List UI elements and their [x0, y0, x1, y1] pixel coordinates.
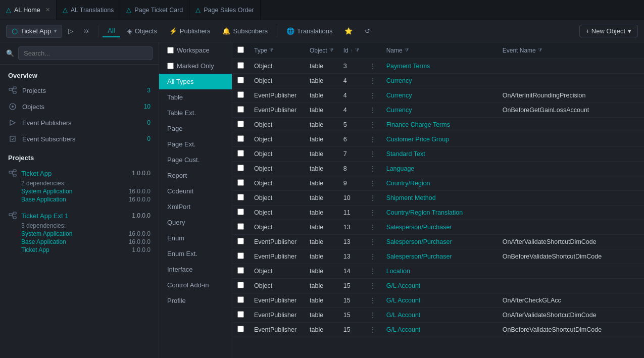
type-filter-icon[interactable]: ⧩ [269, 47, 273, 54]
row-checkbox-18[interactable] [237, 326, 244, 332]
cell-name-7[interactable]: Language [381, 162, 498, 176]
filter-type-item-14[interactable]: Profile [159, 293, 232, 309]
cell-name-10[interactable]: Country/Region Translation [381, 206, 498, 220]
cell-dots-7[interactable]: ⋮ [364, 162, 381, 176]
cell-dots-12[interactable]: ⋮ [364, 235, 381, 249]
table-row[interactable]: Object table 13 ⋮ Salesperson/Purchaser [232, 220, 644, 235]
sidebar-item-projects[interactable]: Projects 3 [0, 82, 159, 98]
cell-name-3[interactable]: Currency [381, 103, 498, 118]
cell-name-1[interactable]: Currency [381, 74, 498, 88]
filter-type-item-0[interactable]: All Types [159, 74, 232, 89]
dep-name-1-1[interactable]: Base Application [21, 196, 66, 203]
table-row[interactable]: EventPublisher table 4 ⋮ Currency OnBefo… [232, 103, 644, 118]
cell-name-14[interactable]: Location [381, 264, 498, 279]
filter-type-item-10[interactable]: Enum [159, 230, 232, 246]
filter-type-item-11[interactable]: Enum Ext. [159, 246, 232, 262]
filter-type-item-9[interactable]: Query [159, 215, 232, 230]
cell-name-17[interactable]: G/L Account [381, 308, 498, 323]
workspace-checkbox[interactable] [167, 47, 174, 54]
cell-name-0[interactable]: Payment Terms [381, 59, 498, 74]
row-checkbox-4[interactable] [237, 121, 244, 127]
dep-name-2-0[interactable]: System Application [21, 230, 72, 237]
cell-name-8[interactable]: Country/Region [381, 176, 498, 191]
app-selector-button[interactable]: ⬡ Ticket App ▾ [6, 25, 62, 38]
cell-dots-14[interactable]: ⋮ [364, 264, 381, 279]
cell-dots-15[interactable]: ⋮ [364, 279, 381, 293]
cell-dots-11[interactable]: ⋮ [364, 220, 381, 235]
row-checkbox-9[interactable] [237, 194, 244, 200]
table-row[interactable]: EventPublisher table 15 ⋮ G/L Account On… [232, 323, 644, 337]
cell-name-18[interactable]: G/L Account [381, 323, 498, 337]
cell-dots-3[interactable]: ⋮ [364, 103, 381, 118]
sidebar-item-event-subscribers[interactable]: Event Subscribers 0 [0, 131, 159, 147]
row-checkbox-3[interactable] [237, 106, 244, 113]
table-row[interactable]: Object table 11 ⋮ Country/Region Transla… [232, 206, 644, 220]
publishers-button[interactable]: ⚡ Publishers [164, 25, 216, 37]
event-name-filter-icon[interactable]: ⧩ [538, 47, 542, 54]
table-row[interactable]: Object table 3 ⋮ Payment Terms [232, 59, 644, 74]
row-checkbox-17[interactable] [237, 311, 244, 318]
row-checkbox-0[interactable] [237, 62, 244, 69]
dep-name-2-2[interactable]: Ticket App [21, 246, 49, 253]
cell-dots-0[interactable]: ⋮ [364, 59, 381, 74]
refresh-button[interactable]: ↺ [360, 25, 375, 37]
filter-type-item-6[interactable]: Report [159, 168, 232, 183]
translations-button[interactable]: 🌐 Translations [281, 25, 337, 37]
table-row[interactable]: Object table 4 ⋮ Currency [232, 74, 644, 88]
cell-name-15[interactable]: G/L Account [381, 279, 498, 293]
object-filter-icon[interactable]: ⧩ [329, 47, 333, 54]
cell-dots-5[interactable]: ⋮ [364, 132, 381, 147]
marked-only-checkbox[interactable] [167, 63, 174, 69]
row-checkbox-16[interactable] [237, 296, 244, 303]
deploy-button[interactable]: ⛭ [79, 25, 94, 37]
cell-name-2[interactable]: Currency [381, 88, 498, 103]
filter-type-item-2[interactable]: Table Ext. [159, 105, 232, 121]
cell-name-9[interactable]: Shipment Method [381, 191, 498, 206]
table-row[interactable]: Object table 8 ⋮ Language [232, 162, 644, 176]
cell-dots-4[interactable]: ⋮ [364, 118, 381, 132]
all-button[interactable]: All [103, 25, 120, 37]
cell-dots-10[interactable]: ⋮ [364, 206, 381, 220]
filter-type-item-5[interactable]: Page Cust. [159, 152, 232, 168]
filter-type-item-3[interactable]: Page [159, 121, 232, 136]
table-row[interactable]: EventPublisher table 15 ⋮ G/L Account On… [232, 308, 644, 323]
filter-type-item-8[interactable]: XmlPort [159, 199, 232, 215]
project-name-2[interactable]: Ticket App Ext 1 [21, 212, 68, 220]
cell-dots-2[interactable]: ⋮ [364, 88, 381, 103]
cell-name-13[interactable]: Salesperson/Purchaser [381, 249, 498, 264]
filter-type-item-13[interactable]: Control Add-in [159, 277, 232, 293]
cell-name-12[interactable]: Salesperson/Purchaser [381, 235, 498, 249]
sidebar-item-event-publishers[interactable]: Event Publishers 0 [0, 115, 159, 131]
cell-name-6[interactable]: Standard Text [381, 147, 498, 162]
workspace-filter[interactable]: Workspace [159, 42, 232, 58]
search-input[interactable] [18, 46, 153, 60]
cell-dots-9[interactable]: ⋮ [364, 191, 381, 206]
cell-dots-8[interactable]: ⋮ [364, 176, 381, 191]
project-name-1[interactable]: Ticket App [21, 170, 52, 177]
tab-page-sales-order[interactable]: △ Page Sales Order [189, 0, 260, 20]
dep-name-2-1[interactable]: Base Application [21, 238, 66, 245]
id-sort-icon[interactable]: ↑ [351, 48, 353, 54]
select-all-checkbox[interactable] [237, 46, 244, 53]
star-button[interactable]: ⭐ [339, 25, 358, 37]
dep-name-1-0[interactable]: System Application [21, 188, 72, 195]
id-filter-icon[interactable]: ⧩ [355, 47, 359, 54]
table-row[interactable]: Object table 6 ⋮ Customer Price Group [232, 132, 644, 147]
cell-dots-18[interactable]: ⋮ [364, 323, 381, 337]
table-row[interactable]: EventPublisher table 4 ⋮ Currency OnAfte… [232, 88, 644, 103]
new-object-button[interactable]: + New Object ▾ [579, 25, 638, 37]
table-row[interactable]: Object table 10 ⋮ Shipment Method [232, 191, 644, 206]
row-checkbox-11[interactable] [237, 223, 244, 230]
row-checkbox-10[interactable] [237, 209, 244, 215]
row-checkbox-14[interactable] [237, 267, 244, 274]
table-row[interactable]: EventPublisher table 13 ⋮ Salesperson/Pu… [232, 249, 644, 264]
table-row[interactable]: Object table 9 ⋮ Country/Region [232, 176, 644, 191]
row-checkbox-6[interactable] [237, 150, 244, 157]
table-row[interactable]: Object table 7 ⋮ Standard Text [232, 147, 644, 162]
tab-al-translations[interactable]: △ AL Translations [57, 0, 121, 20]
row-checkbox-2[interactable] [237, 91, 244, 98]
cell-dots-16[interactable]: ⋮ [364, 293, 381, 308]
table-row[interactable]: EventPublisher table 15 ⋮ G/L Account On… [232, 293, 644, 308]
name-filter-icon[interactable]: ⧩ [405, 47, 409, 54]
row-checkbox-12[interactable] [237, 238, 244, 244]
